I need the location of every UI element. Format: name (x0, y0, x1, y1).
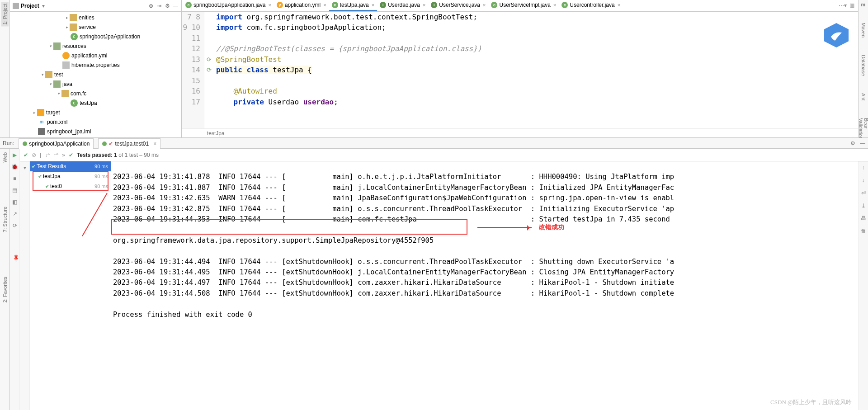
close-icon[interactable]: × (151, 141, 156, 147)
console-line: 2023-06-04 19:31:44.353 INFO 17644 --- [… (113, 215, 670, 223)
tabs-dropdown-icon[interactable]: ⋯▾ (839, 2, 847, 9)
disabled-icon[interactable]: ⊘ (32, 152, 36, 158)
right-toolstrip: m Maven Database Ant Bean Validation Nex… (858, 0, 868, 137)
console-output[interactable]: 2023-06-04 19:31:41.878 INFO 17644 --- [… (111, 161, 858, 410)
hide-icon[interactable]: — (172, 3, 179, 9)
tree-node-appyml[interactable]: application.yml (71, 52, 107, 59)
gear-icon[interactable]: ⚙ (850, 140, 855, 146)
run-gutter-icon[interactable]: ⟳ (204, 54, 213, 65)
console-line: 2023-06-04 19:31:44.495 INFO 17644 --- [… (113, 268, 674, 276)
run-icon[interactable]: ▶ (11, 151, 19, 159)
tests-passed-check: ✔ (69, 152, 73, 158)
tool-web[interactable]: Web (1, 151, 9, 164)
run-gutter-icon[interactable]: ⟳ (204, 65, 213, 75)
close-icon[interactable]: × (267, 2, 271, 8)
console-right-toolbar: ↑ ↓ ⏎ ⤓ 🖶 🗑 (858, 161, 868, 410)
close-icon[interactable]: × (482, 2, 486, 8)
tool-ant[interactable]: Ant (860, 91, 867, 103)
gutter-line-numbers: 7 8 9 10 11 12 13 14 15 16 17 (182, 12, 204, 129)
trash-icon[interactable]: 🗑 (860, 227, 867, 235)
locate-icon[interactable]: ⊕ (148, 3, 154, 9)
history-icon[interactable]: ⟳ (11, 222, 19, 229)
annotation-text: 改错成功 (539, 222, 564, 232)
print-icon[interactable]: 🖶 (860, 215, 867, 222)
run-tab-testjpa[interactable]: ✔ testJpa.test01× (98, 138, 160, 149)
test-tree[interactable]: ✔ Test Results90 ms ✔ testJpa90 ms ✔ tes… (30, 161, 111, 410)
tests-tail-text: of 1 test – 90 ms (117, 152, 159, 158)
code-editor[interactable]: 7 8 9 10 11 12 13 14 15 16 17 ⟳ ⟳ import… (182, 12, 858, 129)
tool-database[interactable]: Database (860, 53, 867, 78)
debug-icon[interactable]: 🐞 (11, 163, 19, 170)
tree-node-iml[interactable]: springboot_jpa.iml (47, 128, 91, 135)
sort-za-icon[interactable]: ↑ᴬ (53, 152, 58, 158)
expand-icon[interactable]: ▾ (21, 164, 28, 171)
close-icon[interactable]: × (422, 2, 425, 8)
gear-icon[interactable]: ⚙ (164, 3, 170, 9)
down-icon[interactable]: ↓ (860, 177, 867, 184)
close-icon[interactable]: × (371, 2, 374, 8)
console-line: 2023-06-04 19:31:44.508 INFO 17644 --- [… (113, 289, 674, 297)
project-title[interactable]: Project (21, 3, 39, 9)
up-icon[interactable]: ↑ (860, 164, 867, 171)
console-line: 2023-06-04 19:31:41.878 INFO 17644 --- [… (113, 173, 674, 181)
tab-userdao[interactable]: IUserdao.java× (377, 0, 428, 11)
m-icon[interactable]: m (861, 2, 866, 7)
console-line: Process finished with exit code 0 (113, 311, 252, 319)
tool-bean[interactable]: Bean Validation (857, 116, 868, 141)
split-icon[interactable]: ▥ (849, 2, 854, 9)
tree-node-testjpa[interactable]: testJpa (80, 100, 97, 106)
export-icon[interactable]: ↗ (11, 210, 19, 217)
project-toolwindow: Project ▾ ⊕ ⇥ ⚙ — ▸enities ▸service cspr… (10, 0, 182, 137)
close-icon[interactable]: × (552, 2, 556, 8)
tree-node-test[interactable]: test (54, 71, 63, 78)
chevron-down-icon[interactable]: ▾ (42, 3, 45, 9)
test-node-test0[interactable]: ✔ test090 ms (30, 181, 111, 191)
tree-node-service[interactable]: service (79, 24, 96, 30)
tree-node-enities[interactable]: enities (79, 14, 94, 21)
editor-area: cspringbootJpaApplication.java× yapplica… (182, 0, 858, 137)
tab-testjpa[interactable]: ctestJpa.java× (329, 0, 377, 11)
camera-icon[interactable]: ◧ (11, 198, 19, 206)
tab-userservice[interactable]: IUserService.java× (428, 0, 488, 11)
left-toolstrip-bottom: Web 7: Structure 2: Favorites (0, 149, 10, 410)
tab-springbootapp[interactable]: cspringbootJpaApplication.java× (183, 0, 274, 11)
console-line: 2023-06-04 19:31:44.494 INFO 17644 --- [… (113, 258, 674, 266)
tool-favorites[interactable]: 2: Favorites (1, 275, 9, 304)
wrap-icon[interactable]: ⏎ (860, 189, 867, 197)
check-icon[interactable]: ✔ (24, 152, 28, 158)
sort-az-icon[interactable]: ↓ᴬ (45, 152, 50, 158)
tool-structure[interactable]: 7: Structure (1, 205, 9, 234)
annotation-arrow (477, 227, 532, 228)
editor-tabs: cspringbootJpaApplication.java× yapplica… (182, 0, 858, 12)
test-toolbar: ▾ (20, 161, 30, 410)
clipboard-icon[interactable]: ▤ (11, 187, 19, 194)
breadcrumb[interactable]: testJpa (182, 128, 858, 137)
tree-node-app[interactable]: springbootJpaApplication (80, 33, 140, 40)
annotation-line (82, 193, 108, 236)
code-body[interactable]: import org.springframework.boot.test.con… (213, 12, 858, 129)
tree-node-java[interactable]: java (62, 81, 72, 87)
test-node-testjpa[interactable]: ✔ testJpa90 ms (30, 171, 111, 181)
tree-node-comfc[interactable]: com.fc (71, 90, 86, 97)
collapse-icon[interactable]: ⇥ (156, 3, 162, 9)
tab-usercontroller[interactable]: cUsercontroller.java× (559, 0, 623, 11)
tree-node-target[interactable]: target (46, 109, 60, 116)
tool-project-label[interactable]: 1: Project (1, 2, 9, 26)
tree-node-hibprops[interactable]: hibernate.properties (71, 62, 120, 68)
tree-node-pom[interactable]: pom.xml (47, 119, 67, 125)
console-line: org.springframework.data.jpa.repository.… (113, 236, 434, 245)
tab-userserviceimpl[interactable]: cUserServiceImpl.java× (488, 0, 559, 11)
close-icon[interactable]: × (322, 2, 326, 8)
scroll-icon[interactable]: ⤓ (860, 202, 867, 209)
run-tab-springboot[interactable]: springbootJpaApplication (19, 138, 94, 149)
tab-applicationyml[interactable]: yapplication.yml× (274, 0, 329, 11)
hide-icon[interactable]: — (860, 140, 865, 146)
tool-maven[interactable]: Maven (860, 21, 867, 39)
project-tree[interactable]: ▸enities ▸service cspringbootJpaApplicat… (10, 12, 181, 137)
stop-icon[interactable]: ■ (11, 175, 19, 182)
console-line: 2023-06-04 19:31:42.635 WARN 17644 --- [… (113, 194, 674, 202)
test-root[interactable]: ✔ Test Results90 ms (30, 161, 111, 171)
close-icon[interactable]: × (617, 2, 620, 8)
tree-node-resources[interactable]: resources (62, 43, 86, 49)
run-label: Run: (3, 140, 14, 146)
